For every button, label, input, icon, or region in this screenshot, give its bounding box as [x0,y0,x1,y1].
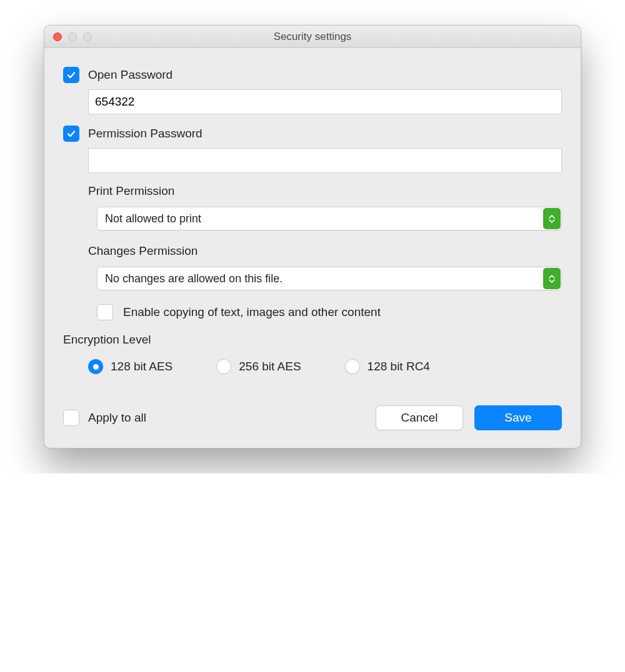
changes-permission-label: Changes Permission [88,244,562,258]
permission-password-input[interactable] [88,148,562,173]
chevron-down-icon [549,279,555,283]
radio-label: 128 bit AES [111,360,172,373]
radio-label: 256 bit AES [239,360,301,373]
radio-icon [216,359,231,374]
encryption-radio-group: 128 bit AES 256 bit AES 128 bit RC4 [88,359,562,374]
security-settings-window: Security settings Open Password Permissi… [44,25,581,448]
print-permission-select[interactable]: Not allowed to print [97,207,562,230]
changes-permission-select[interactable]: No changes are allowed on this file. [97,267,562,290]
cancel-button[interactable]: Cancel [376,405,463,430]
dialog-footer: Apply to all Cancel Save [63,405,562,430]
permission-password-checkbox[interactable] [63,126,79,142]
enable-copy-label: Enable copying of text, images and other… [123,305,381,319]
maximize-icon[interactable] [83,32,92,41]
enable-copy-row: Enable copying of text, images and other… [97,304,562,320]
encryption-option-128-aes[interactable]: 128 bit AES [88,359,172,374]
window-title: Security settings [44,31,581,43]
chevron-down-icon [549,219,555,223]
changes-permission-value: No changes are allowed on this file. [105,272,282,285]
apply-to-all-checkbox[interactable] [63,410,79,426]
print-permission-label: Print Permission [88,184,562,198]
encryption-level-label: Encryption Level [63,333,562,347]
minimize-icon[interactable] [68,32,77,41]
radio-icon [345,359,360,374]
open-password-checkbox[interactable] [63,67,79,83]
radio-label: 128 bit RC4 [368,360,430,373]
enable-copy-checkbox[interactable] [97,304,113,320]
chevron-up-icon [549,275,555,279]
open-password-row: Open Password [63,67,562,83]
encryption-option-128-rc4[interactable]: 128 bit RC4 [345,359,430,374]
print-permission-value: Not allowed to print [105,212,201,225]
changes-permission-select-wrap: No changes are allowed on this file. [97,267,562,290]
check-icon [66,70,76,80]
print-permission-select-wrap: Not allowed to print [97,207,562,230]
save-button[interactable]: Save [474,405,562,430]
open-password-label: Open Password [88,68,172,82]
titlebar: Security settings [44,26,581,48]
apply-to-all-label: Apply to all [88,411,146,425]
permission-password-label: Permission Password [88,127,202,141]
footer-left: Apply to all [63,410,146,426]
dialog-body: Open Password Permission Password Print … [44,48,581,448]
close-icon[interactable] [53,32,62,41]
select-caret-icon[interactable] [543,268,561,289]
footer-right: Cancel Save [376,405,562,430]
radio-icon [88,359,103,374]
traffic-light-buttons [44,32,92,41]
open-password-input[interactable] [88,89,562,114]
encryption-option-256-aes[interactable]: 256 bit AES [216,359,301,374]
chevron-up-icon [549,215,555,219]
check-icon [66,129,76,139]
permission-password-row: Permission Password [63,126,562,142]
select-caret-icon[interactable] [543,208,561,229]
